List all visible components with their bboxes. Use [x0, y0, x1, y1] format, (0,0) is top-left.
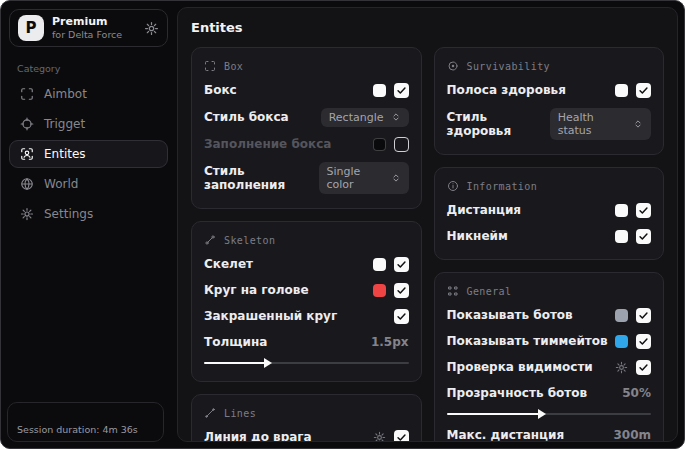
scan-icon	[20, 87, 34, 101]
setting-label: Полоса здоровья	[447, 83, 566, 97]
setting-row-bot-opacity: Прозрачность ботов 50%	[447, 380, 652, 406]
brand-subtitle: for Delta Force	[52, 29, 136, 41]
brand-title: Premium	[52, 15, 136, 29]
card-general-header: General	[447, 285, 652, 297]
color-swatch[interactable]	[615, 335, 628, 348]
app-window: P Premium for Delta Force Category Aimbo…	[0, 0, 685, 449]
slider-value: 300m	[613, 428, 651, 442]
card-header-label: Skeleton	[224, 235, 275, 246]
card-skeleton-header: Skeleton	[204, 234, 409, 246]
setting-row-show-bots: Показывать ботов	[447, 302, 652, 328]
setting-label: Дистанция	[447, 203, 522, 217]
checkbox-checked[interactable]	[636, 360, 651, 375]
setting-label: Макс. дистанция	[447, 428, 565, 442]
user-scan-icon	[20, 147, 34, 161]
chevron-up-down-icon	[391, 112, 401, 122]
setting-label: Показывать тиммейтов	[447, 334, 608, 348]
fill-style-dropdown[interactable]: Single color	[319, 162, 409, 194]
setting-row-max-distance: Макс. дистанция 300m	[447, 422, 652, 442]
scan-heart-icon	[447, 60, 459, 72]
setting-row-box: Бокс	[204, 77, 409, 103]
sidebar-item-settings[interactable]: Settings	[9, 200, 168, 228]
checkbox-unchecked[interactable]	[394, 137, 409, 152]
checkbox-checked[interactable]	[394, 257, 409, 272]
color-swatch[interactable]	[615, 230, 628, 243]
sidebar-item-trigget[interactable]: Trigget	[9, 110, 168, 138]
bot-opacity-slider[interactable]	[447, 409, 652, 419]
setting-row-visibility-check: Проверка видимости	[447, 354, 652, 380]
gear-icon[interactable]	[615, 361, 628, 374]
dropdown-value: Rectangle	[329, 111, 384, 124]
column-left: Box Бокс Стиль бокса Rectangle	[191, 47, 422, 442]
dropdown-value: Health status	[558, 111, 626, 137]
checkbox-checked[interactable]	[636, 229, 651, 244]
grid-icon	[447, 285, 459, 297]
checkbox-checked[interactable]	[636, 334, 651, 349]
slider-fill	[447, 413, 539, 415]
dropdown-value: Single color	[327, 165, 384, 191]
category-label: Category	[17, 63, 160, 74]
sidebar-item-label: World	[44, 177, 78, 191]
card-box-header: Box	[204, 60, 409, 72]
session-duration: Session duration: 4m 36s	[7, 402, 164, 442]
color-swatch[interactable]	[615, 84, 628, 97]
checkbox-checked[interactable]	[636, 308, 651, 323]
line-icon	[204, 407, 216, 419]
setting-row-head-circle: Круг на голове	[204, 277, 409, 303]
info-icon	[447, 180, 459, 192]
gear-icon[interactable]	[373, 431, 386, 443]
color-swatch[interactable]	[615, 309, 628, 322]
checkbox-checked[interactable]	[394, 283, 409, 298]
card-header-label: Information	[467, 181, 538, 192]
gear-icon[interactable]	[144, 21, 159, 36]
setting-label: Стиль бокса	[204, 110, 289, 124]
chevron-up-down-icon	[633, 119, 643, 129]
brand-text: Premium for Delta Force	[52, 15, 136, 41]
chevron-up-down-icon	[391, 173, 401, 183]
sidebar-item-entites[interactable]: Entites	[9, 140, 168, 168]
checkbox-checked[interactable]	[636, 203, 651, 218]
card-lines-header: Lines	[204, 407, 409, 419]
globe-icon	[20, 177, 34, 191]
setting-label: Закрашенный круг	[204, 309, 337, 323]
setting-row-health-bar: Полоса здоровья	[447, 77, 652, 103]
setting-label: Никнейм	[447, 229, 508, 243]
sidebar-item-world[interactable]: World	[9, 170, 168, 198]
color-swatch[interactable]	[615, 204, 628, 217]
checkbox-checked[interactable]	[394, 309, 409, 324]
setting-label: Скелет	[204, 257, 253, 271]
setting-label: Прозрачность ботов	[447, 386, 588, 400]
setting-label: Стиль заполнения	[204, 164, 319, 192]
sidebar: P Premium for Delta Force Category Aimbo…	[1, 1, 176, 448]
health-style-dropdown[interactable]: Health status	[550, 108, 651, 140]
sidebar-item-aimbot[interactable]: Aimbot	[9, 80, 168, 108]
color-swatch[interactable]	[373, 138, 386, 151]
thickness-slider[interactable]	[204, 358, 409, 368]
setting-label: Показывать ботов	[447, 308, 573, 322]
cards-grid: Box Бокс Стиль бокса Rectangle	[191, 47, 664, 442]
setting-row-distance: Дистанция	[447, 197, 652, 223]
checkbox-checked[interactable]	[394, 83, 409, 98]
main-panel: Entites Box Бокс	[177, 7, 678, 442]
card-lines: Lines Линия до врага Линия взгляда	[191, 394, 422, 442]
checkbox-checked[interactable]	[394, 430, 409, 443]
card-header-label: Survivability	[467, 61, 550, 72]
color-swatch[interactable]	[373, 84, 386, 97]
setting-label: Проверка видимости	[447, 360, 593, 374]
setting-row-health-style: Стиль здоровья Health status	[447, 103, 652, 144]
gear-icon	[20, 207, 34, 221]
slider-value: 50%	[622, 386, 651, 400]
setting-row-box-style: Стиль бокса Rectangle	[204, 103, 409, 131]
setting-row-nickname: Никнейм	[447, 223, 652, 249]
card-general: General Показывать ботов Показывать тимм…	[434, 272, 665, 442]
color-swatch[interactable]	[373, 258, 386, 271]
color-swatch[interactable]	[373, 284, 386, 297]
setting-row-filled-circle: Закрашенный круг	[204, 303, 409, 329]
page-title: Entites	[191, 20, 664, 35]
checkbox-checked[interactable]	[636, 83, 651, 98]
slider-fill	[204, 362, 265, 364]
setting-row-thickness: Толщина 1.5px	[204, 329, 409, 355]
crosshair-icon	[20, 117, 34, 131]
scan-box-icon	[204, 60, 216, 72]
box-style-dropdown[interactable]: Rectangle	[321, 108, 409, 127]
